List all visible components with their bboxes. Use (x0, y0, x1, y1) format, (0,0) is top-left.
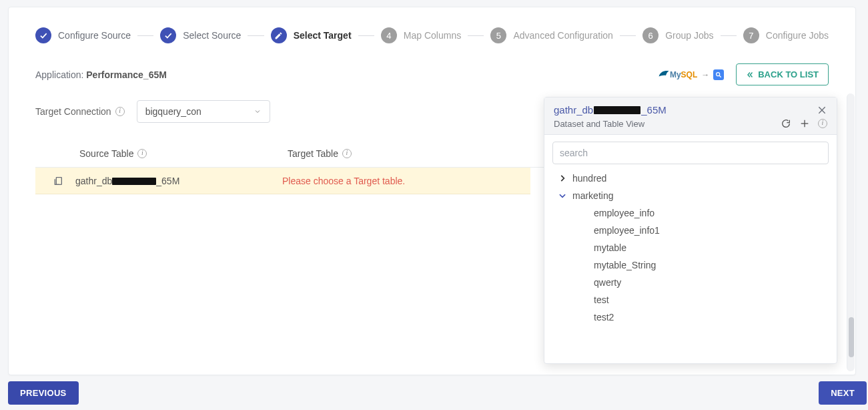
stepper: Configure Source Select Source Select Ta… (35, 27, 829, 43)
application-name: Performance_65M (86, 69, 167, 80)
pipeline-logo: MySQL → (658, 69, 724, 80)
step-connector (721, 35, 737, 36)
tree-leaf[interactable]: qwerty (552, 274, 829, 291)
step-label: Select Source (183, 30, 241, 41)
source-table-name: gathr_db_65M (75, 176, 179, 186)
step-label: Configure Jobs (766, 30, 829, 41)
step-number: 5 (490, 27, 506, 43)
step-group-jobs[interactable]: 6 Group Jobs (642, 27, 713, 43)
wizard-footer: PREVIOUS NEXT (7, 381, 868, 405)
info-icon[interactable] (342, 149, 352, 158)
dataset-panel: gathr_db_65M Dataset and Table View hund… (544, 97, 837, 364)
step-label: Advanced Configuration (513, 30, 612, 41)
tree-node-label: marketing (572, 190, 613, 201)
application-row: Application: Performance_65M MySQL → BAC… (35, 63, 829, 85)
step-connector (248, 35, 264, 36)
tree-leaf[interactable]: test2 (552, 309, 829, 326)
step-number: 6 (642, 27, 659, 43)
clipboard-icon (53, 176, 63, 186)
svg-line-1 (719, 75, 721, 77)
source-table-header: Source Table (79, 148, 133, 159)
redacted-text (594, 106, 640, 114)
scrollbar-thumb[interactable] (849, 317, 854, 357)
previous-button[interactable]: PREVIOUS (8, 381, 79, 405)
step-connector (358, 35, 374, 36)
step-advanced-config[interactable]: 5 Advanced Configuration (490, 27, 612, 43)
step-select-source[interactable]: Select Source (160, 27, 241, 43)
tree-leaf[interactable]: employee_info (552, 204, 829, 222)
select-value: bigquery_con (145, 106, 201, 117)
chevron-down-icon (558, 191, 567, 200)
panel-subtitle: Dataset and Table View (554, 119, 644, 129)
mysql-logo-icon: MySQL (658, 69, 697, 79)
tree-node-hundred[interactable]: hundred (552, 170, 829, 187)
table-row[interactable]: gathr_db_65M Please choose a Target tabl… (35, 168, 530, 194)
svg-rect-2 (56, 177, 61, 184)
panel-title: gathr_db_65M (554, 104, 667, 116)
tree-leaf[interactable]: test (552, 291, 829, 309)
svg-point-0 (717, 72, 720, 75)
back-to-list-label: BACK TO LIST (758, 69, 819, 79)
step-label: Map Columns (404, 30, 461, 41)
tree-leaf-label: employee_info (594, 208, 655, 218)
tree-node-marketing[interactable]: marketing (552, 187, 829, 204)
target-table-header: Target Table (288, 148, 338, 159)
tree-leaf[interactable]: employee_info1 (552, 222, 829, 239)
info-icon[interactable] (137, 149, 147, 158)
check-icon (160, 27, 176, 43)
chevron-down-icon (254, 108, 262, 116)
step-connector (620, 35, 636, 36)
check-icon (35, 27, 51, 43)
step-configure-jobs[interactable]: 7 Configure Jobs (743, 27, 829, 43)
step-label: Configure Source (58, 30, 131, 41)
step-label: Group Jobs (665, 30, 713, 41)
step-number: 4 (381, 27, 397, 43)
step-select-target[interactable]: Select Target (271, 27, 352, 43)
tree-leaf-label: test2 (594, 312, 614, 323)
tree-leaf-label: qwerty (594, 277, 621, 288)
tree-leaf[interactable]: mytable_String (552, 256, 829, 274)
step-number: 7 (743, 27, 759, 43)
tree-leaf-label: test (594, 294, 609, 305)
back-to-list-button[interactable]: BACK TO LIST (736, 63, 829, 85)
arrow-right-icon: → (701, 70, 709, 79)
tree-leaf-label: mytable (594, 242, 626, 253)
scrollbar[interactable] (847, 93, 855, 371)
close-icon[interactable] (817, 105, 827, 116)
step-connector (468, 35, 484, 36)
tree: hundred marketing employee_info employee… (552, 170, 829, 326)
step-map-columns[interactable]: 4 Map Columns (381, 27, 461, 43)
target-connection-select[interactable]: bigquery_con (137, 100, 270, 123)
chevron-double-left-icon (746, 71, 754, 79)
tree-leaf-label: employee_info1 (594, 225, 660, 236)
search-input[interactable] (552, 142, 829, 164)
target-connection-label: Target Connection (35, 106, 111, 117)
target-table-message: Please choose a Target table. (282, 176, 530, 186)
step-connector (137, 35, 153, 36)
tree-node-label: hundred (572, 173, 606, 184)
step-label: Select Target (294, 30, 352, 41)
tree-leaf[interactable]: mytable (552, 239, 829, 256)
application-label: Application: (35, 69, 86, 80)
plus-icon[interactable] (799, 118, 810, 129)
next-button[interactable]: NEXT (819, 381, 867, 405)
step-configure-source[interactable]: Configure Source (35, 27, 131, 43)
chevron-right-icon (558, 174, 567, 183)
info-icon[interactable] (115, 107, 125, 116)
info-icon[interactable] (818, 119, 827, 128)
bigquery-logo-icon (713, 69, 724, 80)
tree-leaf-label: mytable_String (594, 260, 656, 270)
redacted-text (112, 178, 156, 185)
pencil-icon (271, 27, 287, 43)
refresh-icon[interactable] (781, 118, 791, 129)
